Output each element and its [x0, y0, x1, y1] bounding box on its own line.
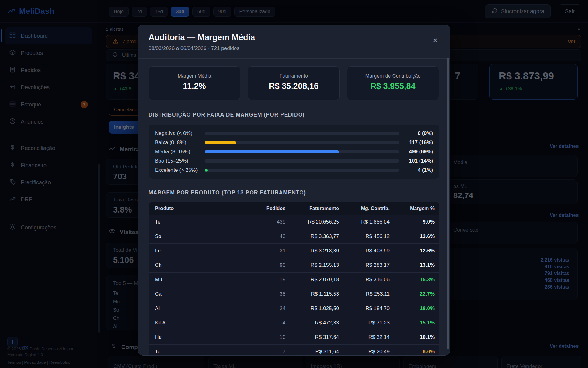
distribution-panel: Negativa (< 0%) 0 (0%) Baixa (0–8%) 117 …: [149, 125, 439, 179]
stat-label: Margem de Contribuição: [347, 73, 439, 79]
close-icon[interactable]: ×: [430, 35, 441, 46]
stat-label: Margem Média: [149, 73, 240, 79]
col-pedidos: Pedidos: [244, 202, 290, 215]
modal-scrollbar[interactable]: [447, 58, 449, 349]
modal-header: Auditoria — Margem Média 08/03/2026 a 06…: [138, 25, 450, 59]
table-header: Produto Pedidos Faturamento Mg. Contrib.…: [149, 202, 439, 215]
table-row: Hu10R$ 317,64R$ 32,1410.1%: [149, 330, 439, 345]
modal-subtitle: 08/03/2026 a 06/04/2026 · 721 pedidos: [149, 45, 439, 52]
col-produto: Produto: [149, 202, 244, 215]
bar-track: [205, 150, 399, 153]
margin-table: Produto Pedidos Faturamento Mg. Contrib.…: [149, 202, 439, 356]
col-faturamento: Faturamento: [290, 202, 344, 215]
dist-row-excelente: Excelente (> 25%) 4 (1%): [155, 167, 433, 173]
table-row: To7R$ 311,64R$ 20,496.6%: [149, 345, 439, 356]
distribution-heading: DISTRIBUIÇÃO POR FAIXA DE MARGEM (POR PE…: [149, 112, 439, 118]
table-row: Mu19R$ 2.070,18R$ 316,0615.3%: [149, 273, 439, 287]
table-row: Al24R$ 1.025,50R$ 184,7018.0%: [149, 301, 439, 316]
dist-row-negativa: Negativa (< 0%) 0 (0%): [155, 130, 433, 136]
col-margem: Margem %: [394, 202, 439, 215]
modal-title: Auditoria — Margem Média: [149, 33, 439, 42]
stat-label: Faturamento: [248, 73, 339, 79]
bar-track: [205, 132, 399, 135]
dist-row-baixa: Baixa (0–8%) 117 (16%): [155, 140, 433, 146]
bar-track: [205, 141, 399, 144]
bar-fill: [205, 150, 339, 153]
stray-mark: `: [232, 246, 233, 251]
stat-card-faturamento: Faturamento R$ 35.208,16: [248, 66, 340, 100]
table-row: Le`31R$ 3.218,30R$ 403,9912.6%: [149, 244, 439, 258]
stat-cards: Margem Média 11.2% Faturamento R$ 35.208…: [149, 66, 439, 100]
table-row: Te439R$ 20.656,25R$ 1.856,049.0%: [149, 215, 439, 229]
stat-value: 11.2%: [149, 82, 240, 91]
stat-value: R$ 35.208,16: [248, 82, 339, 91]
stat-card-margem-media: Margem Média 11.2%: [149, 66, 240, 100]
dist-row-boa: Boa (15–25%) 101 (14%): [155, 158, 433, 164]
bar-fill: [205, 141, 236, 144]
modal-body: Margem Média 11.2% Faturamento R$ 35.208…: [138, 59, 450, 356]
audit-modal: Auditoria — Margem Média 08/03/2026 a 06…: [138, 25, 450, 356]
table-heading: MARGEM POR PRODUTO (TOP 13 POR FATURAMEN…: [149, 190, 439, 196]
stat-card-margem-contribuicao: Margem de Contribuição R$ 3.955,84: [347, 66, 439, 100]
bar-track: [205, 169, 399, 172]
table-row: So43R$ 3.363,77R$ 456,1213.6%: [149, 229, 439, 244]
table-row: Kit A4R$ 472,33R$ 71,2315.1%: [149, 316, 439, 330]
bar-fill: [205, 169, 208, 172]
screen: Hoje 7d 15d 30d 60d 90d Personalizado Si…: [0, 0, 588, 368]
bar-track: [205, 159, 399, 163]
table-row: Ch90R$ 2.155,13R$ 283,1713.1%: [149, 258, 439, 273]
dist-row-media: Média (8–15%) 499 (69%): [155, 149, 433, 155]
stat-value: R$ 3.955,84: [347, 82, 439, 91]
table-row: Ca38R$ 1.115,53R$ 253,1122.7%: [149, 287, 439, 301]
col-contrib: Mg. Contrib.: [344, 202, 394, 215]
